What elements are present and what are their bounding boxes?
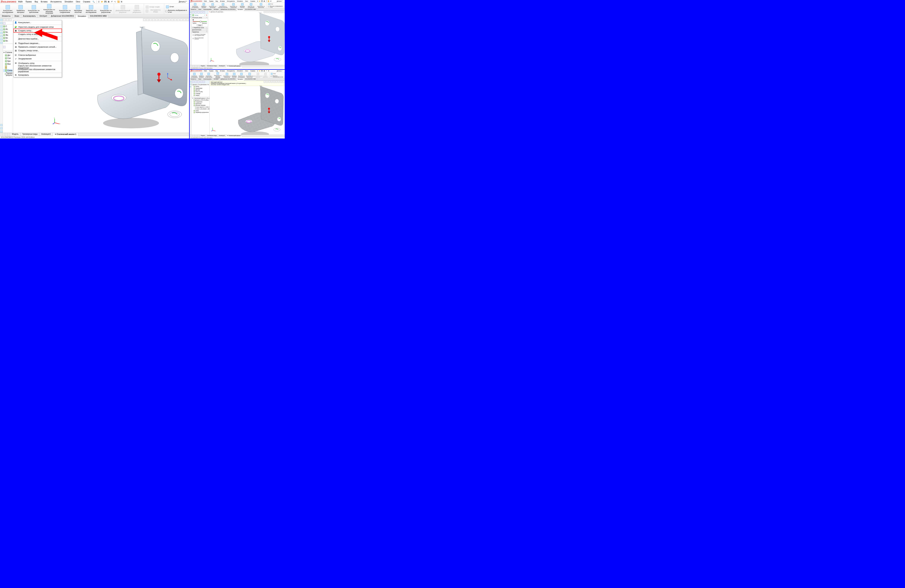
- tab-simulation[interactable]: Simulation: [237, 79, 244, 81]
- ribbon-study-advisor[interactable]: Консультант исследования: [191, 73, 198, 78]
- reset-button[interactable]: Сброс: [197, 24, 203, 26]
- ribbon-run-study[interactable]: Запустить это исследование: [84, 5, 98, 14]
- tab-addins[interactable]: Добавления SOLIDWORKS: [220, 9, 237, 11]
- ribbon-run-study[interactable]: Запустить это исследование: [246, 3, 256, 8]
- ctx-show-all[interactable]: Отобразить все обозначения элементов упр…: [14, 68, 62, 72]
- menu-view[interactable]: Вид: [215, 0, 219, 2]
- ctx-create-and-run[interactable]: Создать сетку и запустить: [14, 32, 62, 36]
- tab-evaluate[interactable]: Анализировать: [203, 78, 213, 80]
- sim-tree-part[interactable]: Дет: [3, 54, 13, 57]
- ribbon-fixtures-advisor[interactable]: Консультант по креплениям: [27, 5, 41, 14]
- mesh-density-slider[interactable]: [192, 21, 207, 22]
- menu-insert[interactable]: Вставка: [219, 0, 225, 2]
- rail-icon[interactable]: [0, 35, 3, 37]
- sim-tree-loads[interactable]: Вне: [3, 63, 13, 65]
- rail-icon[interactable]: [0, 38, 3, 41]
- bottom-tab-model[interactable]: Модель: [200, 65, 206, 67]
- tab-addins[interactable]: Добавления SOLIDWORKS: [220, 78, 237, 80]
- print-icon[interactable]: 🖶: [264, 70, 265, 72]
- tree-node[interactable]: Фа: [3, 34, 13, 37]
- menu-tools[interactable]: Инструменты: [226, 70, 235, 72]
- ctx-simplify[interactable]: 🧩Упростить модель для создания сетки: [14, 25, 62, 29]
- fm-tab-icon[interactable]: [9, 19, 11, 21]
- tab-simulation[interactable]: Simulation: [237, 9, 244, 11]
- ribbon-apply-material[interactable]: Применить материал: [200, 3, 207, 8]
- fm-tab-icon[interactable]: [192, 81, 194, 83]
- ribbon-results-advisor[interactable]: Консультант по результатам: [246, 73, 253, 78]
- tree-node[interactable]: Бо: [3, 31, 13, 34]
- tree-plane-top[interactable]: Сверху: [192, 94, 209, 96]
- menu-simulation[interactable]: Simulation: [237, 70, 243, 72]
- new-icon[interactable]: 🗋: [257, 70, 259, 72]
- ribbon-report[interactable]: Отчет: [271, 73, 283, 75]
- tab-sketch[interactable]: Эскиз: [197, 9, 202, 11]
- study-mesh[interactable]: Сетка: [192, 110, 209, 112]
- rail-icon[interactable]: [0, 22, 3, 24]
- sim-tree-load-item[interactable]: [3, 65, 13, 67]
- rail-icon[interactable]: [190, 16, 191, 17]
- tab-nav-icon[interactable]: [190, 135, 192, 137]
- fm-breadcrumb[interactable]: 🔻 Деталь1 (По умолчани...: [209, 11, 224, 13]
- tab-mbd[interactable]: SOLIDWORKS MBD: [244, 9, 257, 11]
- rebuild-icon[interactable]: 🔁: [268, 0, 270, 2]
- ribbon-report[interactable]: Отчет: [268, 3, 283, 5]
- ribbon-shell-manager[interactable]: Менеджер оболочки: [239, 3, 246, 8]
- undo-icon[interactable]: ↶: [265, 70, 267, 72]
- sim-tree-mesh[interactable]: Сетка: [3, 69, 13, 72]
- ribbon-apply-material[interactable]: Применить материал: [198, 73, 204, 78]
- ctx-diagnostics[interactable]: Диагностика ошибок...: [14, 37, 62, 41]
- menu-edit[interactable]: Правка: [208, 70, 214, 72]
- menu-simulation[interactable]: Simulation: [237, 0, 243, 2]
- menu-edit[interactable]: Правка: [25, 1, 33, 3]
- tab-nav-icon[interactable]: [190, 65, 192, 67]
- options-icon[interactable]: ⚙: [268, 70, 270, 72]
- pm-tab-icon[interactable]: [197, 11, 200, 13]
- tab-features[interactable]: Элементы: [190, 78, 197, 80]
- tree-node[interactable]: С: [3, 25, 13, 28]
- rail-icon[interactable]: [190, 86, 191, 87]
- bottom-tab-animation[interactable]: Анимация1: [218, 65, 226, 67]
- sim-tree-fixtures[interactable]: Кре: [3, 60, 13, 63]
- fm-tab-icon[interactable]: [195, 81, 197, 83]
- sim-tree-load-item[interactable]: [3, 67, 13, 69]
- tab-features[interactable]: Элементы: [0, 15, 13, 18]
- ribbon-shell-manager[interactable]: Менеджер оболочки: [73, 5, 83, 14]
- study-results[interactable]: Параметры результатов: [192, 111, 209, 113]
- sim-tree-results[interactable]: Параметры результатов: [3, 72, 13, 76]
- menu-insert[interactable]: Вставка: [219, 70, 225, 72]
- rail-icon[interactable]: [0, 124, 3, 126]
- rebuild-icon[interactable]: 🔁: [117, 0, 120, 3]
- ribbon-connections-advisor[interactable]: Консультант по соединениям: [229, 3, 238, 8]
- rail-icon[interactable]: [0, 130, 3, 133]
- tab-sketch[interactable]: Эскиз: [197, 78, 202, 80]
- ctx-details[interactable]: 🗎Подробные сведения...: [14, 41, 62, 45]
- ribbon-apply-material[interactable]: Применить материал: [15, 5, 26, 14]
- study-gravity[interactable]: Сила тяжести-1 (:-9.81 m/s^2:): [192, 106, 209, 108]
- graphics-area[interactable]: Имя модели:Деталь1 Название исследования…: [210, 81, 285, 135]
- menu-help[interactable]: Справка: [249, 0, 256, 2]
- menu-help[interactable]: Справка: [82, 1, 91, 3]
- bottom-tab-3dviews[interactable]: Трехмерные виды: [206, 65, 218, 67]
- sim-tree-connections[interactable]: Сое: [3, 57, 13, 60]
- ribbon-shell-manager[interactable]: Менеджер оболочки: [232, 73, 237, 78]
- ctx-selection-list[interactable]: ☰Список выбранных: [14, 53, 62, 57]
- open-icon[interactable]: 📂: [259, 70, 261, 72]
- tree-node[interactable]: Бо: [3, 37, 13, 40]
- ctx-hide-all[interactable]: Скрыть все обозначения элементов управле…: [14, 65, 62, 68]
- pm-tab-icon[interactable]: [203, 11, 205, 13]
- menu-file[interactable]: Файл: [203, 0, 207, 2]
- print-icon[interactable]: 🖶: [264, 0, 265, 2]
- bottom-tab-model[interactable]: Модель: [10, 133, 21, 136]
- collapse-icon[interactable]: ⌃: [206, 31, 207, 33]
- pm-tab-icon[interactable]: [200, 11, 202, 13]
- tab-features[interactable]: Элементы: [190, 9, 197, 11]
- ribbon-study-advisor[interactable]: Консультант исследования: [191, 3, 200, 8]
- tree-node[interactable]: Ис: [3, 28, 13, 31]
- tab-dimxpert[interactable]: DimXpert: [213, 9, 220, 11]
- sim-tree-root[interactable]: ✦ Статиче: [3, 51, 13, 54]
- fm-tab-icon[interactable]: [3, 19, 6, 21]
- study-part[interactable]: Деталь1 (-7075-T6 (SN)-): [192, 99, 209, 101]
- expand-icon[interactable]: ⌄: [206, 29, 207, 30]
- pm-tab-icon[interactable]: [192, 11, 194, 13]
- fm-tab-icon[interactable]: [6, 19, 9, 21]
